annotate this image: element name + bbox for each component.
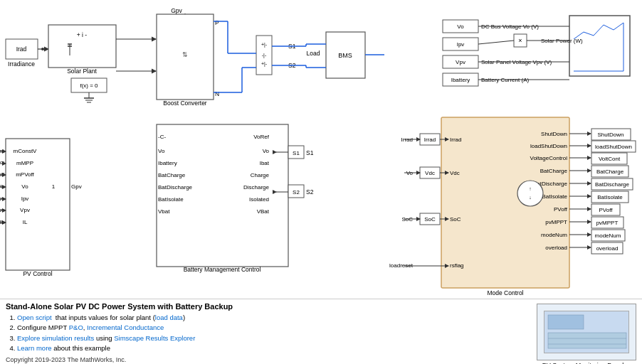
svg-text:pvMPPT: pvMPPT xyxy=(596,220,619,226)
svg-text:Vpv: Vpv xyxy=(20,207,30,213)
svg-text:BatIsolate: BatIsolate xyxy=(542,193,567,200)
svg-text:BatDischarge: BatDischarge xyxy=(158,184,193,191)
svg-text:PVoff: PVoff xyxy=(599,207,614,213)
copyright-text: Copyright 2019-2023 The MathWorks, Inc. xyxy=(6,356,524,363)
svg-text:+|-: +|- xyxy=(261,61,268,67)
svg-text:-C-: -C- xyxy=(158,134,166,140)
svg-text:↑: ↑ xyxy=(529,186,532,191)
svg-text:overload: overload xyxy=(596,245,619,252)
description-text: Stand-Alone Solar PV DC Power System wit… xyxy=(6,302,524,363)
bottom-panel: Stand-Alone Solar PV DC Power System wit… xyxy=(0,299,642,364)
svg-text:modeNum: modeNum xyxy=(595,232,621,239)
svg-text:Vbat: Vbat xyxy=(158,208,170,215)
svg-text:BatCharge: BatCharge xyxy=(596,168,624,175)
svg-line-67 xyxy=(478,41,514,44)
list-item: Explore simulation results using Simscap… xyxy=(17,333,524,343)
svg-text:loadShutDown: loadShutDown xyxy=(530,143,567,149)
svg-text:BatCharge: BatCharge xyxy=(158,172,186,178)
po-link[interactable]: P&O xyxy=(69,323,83,331)
description-list: Open script that inputs values for solar… xyxy=(17,313,524,353)
svg-text:pvMPPT: pvMPPT xyxy=(545,219,567,225)
svg-text:IL: IL xyxy=(23,219,28,225)
svg-text:S2: S2 xyxy=(293,189,300,196)
diagram-area: Irad Irradiance + i - Solar Plant f(x) =… xyxy=(0,0,642,299)
monitor-panel xyxy=(537,304,636,360)
svg-text:Vo: Vo xyxy=(21,183,28,190)
svg-text:Vpv: Vpv xyxy=(456,59,465,65)
svg-text:BatIsolate: BatIsolate xyxy=(158,196,184,203)
svg-text:⇅: ⇅ xyxy=(182,51,188,58)
svg-text:Ibattery: Ibattery xyxy=(158,160,177,166)
svg-text:Vo: Vo xyxy=(263,148,270,154)
svg-text:SoC: SoC xyxy=(450,216,461,223)
svg-text:Gpv: Gpv xyxy=(171,7,182,14)
learn-more-link[interactable]: Learn more xyxy=(17,344,52,352)
open-script-link[interactable]: Open script xyxy=(17,314,52,321)
list-item: Open script that inputs values for solar… xyxy=(17,313,524,323)
svg-text:+ i -: + i - xyxy=(77,31,88,38)
svg-text:Irradiance: Irradiance xyxy=(8,60,35,68)
svg-text:Ibat: Ibat xyxy=(260,160,270,166)
svg-text:Charge: Charge xyxy=(251,172,270,178)
svg-point-182 xyxy=(517,181,543,206)
svg-text:Irrad: Irrad xyxy=(450,136,461,143)
svg-text:ShutDown: ShutDown xyxy=(598,132,624,138)
svg-text:Vo: Vo xyxy=(158,148,165,154)
svg-text:loadShutDown: loadShutDown xyxy=(595,144,632,150)
svg-text:Ipv: Ipv xyxy=(21,196,29,202)
inc-cond-link[interactable]: Incremental Conductance xyxy=(87,323,164,331)
svg-text:VoRef: VoRef xyxy=(253,134,270,140)
svg-text:Load: Load xyxy=(307,50,320,57)
list-item: Learn more about this example xyxy=(17,343,524,353)
svg-rect-68 xyxy=(6,139,70,270)
svg-text:VBat: VBat xyxy=(257,208,270,215)
svg-text:f(x) = 0: f(x) = 0 xyxy=(80,82,98,89)
svg-text:Irrad: Irrad xyxy=(424,136,436,143)
svg-text:mConstV: mConstV xyxy=(14,148,38,154)
svg-text:ShutDown: ShutDown xyxy=(541,131,567,137)
monitor-screen xyxy=(544,311,629,353)
svg-text:-|-: -|- xyxy=(262,53,267,58)
svg-text:Battery Management Control: Battery Management Control xyxy=(184,266,261,273)
svg-text:1: 1 xyxy=(52,183,56,190)
svg-text:modeNum: modeNum xyxy=(541,232,567,238)
svg-text:PV Control: PV Control xyxy=(23,270,52,277)
svg-text:BatIsolate: BatIsolate xyxy=(597,194,623,200)
svg-text:Solar Plant: Solar Plant xyxy=(67,68,97,75)
svg-text:Vdc: Vdc xyxy=(425,170,435,176)
svg-text:↓: ↓ xyxy=(529,195,532,200)
simscape-link[interactable]: Simscape Results Explorer xyxy=(114,334,195,342)
svg-text:Vo: Vo xyxy=(457,23,464,30)
svg-text:Discharge: Discharge xyxy=(243,184,270,191)
explore-results-link[interactable]: Explore simulation results xyxy=(17,334,94,342)
svg-text:overload: overload xyxy=(545,245,567,251)
svg-text:×: × xyxy=(518,37,522,44)
svg-text:S1: S1 xyxy=(293,150,300,156)
svg-rect-95 xyxy=(157,124,288,267)
svg-text:Vdc: Vdc xyxy=(450,170,460,176)
svg-rect-187 xyxy=(548,333,626,348)
svg-text:BatDischarge: BatDischarge xyxy=(595,181,630,188)
svg-text:mPVoff: mPVoff xyxy=(16,171,34,178)
svg-text:S2: S2 xyxy=(306,188,314,196)
svg-text:Boost Converter: Boost Converter xyxy=(163,100,207,107)
svg-text:Mode Control: Mode Control xyxy=(487,289,523,296)
svg-text:Gpv: Gpv xyxy=(71,183,82,190)
svg-text:VoltageControl: VoltageControl xyxy=(530,155,568,161)
svg-text:mMPP: mMPP xyxy=(16,160,33,166)
svg-text:Isolated: Isolated xyxy=(249,196,269,203)
svg-text:S1: S1 xyxy=(306,149,314,156)
svg-text:PVoff: PVoff xyxy=(554,206,568,213)
svg-point-4 xyxy=(41,48,44,50)
svg-text:Ibattery: Ibattery xyxy=(451,77,470,83)
svg-text:Irad: Irad xyxy=(16,46,27,53)
svg-text:Ipv: Ipv xyxy=(457,41,465,48)
load-data-link[interactable]: load data xyxy=(155,314,183,321)
page-title: Stand-Alone Solar PV DC Power System wit… xyxy=(6,302,524,311)
svg-rect-186 xyxy=(548,315,584,329)
svg-text:+|-: +|- xyxy=(261,42,268,48)
svg-text:N: N xyxy=(215,90,219,97)
svg-text:BMS: BMS xyxy=(338,52,352,59)
list-item: Configure MPPT P&O, Incremental Conducta… xyxy=(17,323,524,333)
svg-text:VoltCont: VoltCont xyxy=(599,156,621,162)
